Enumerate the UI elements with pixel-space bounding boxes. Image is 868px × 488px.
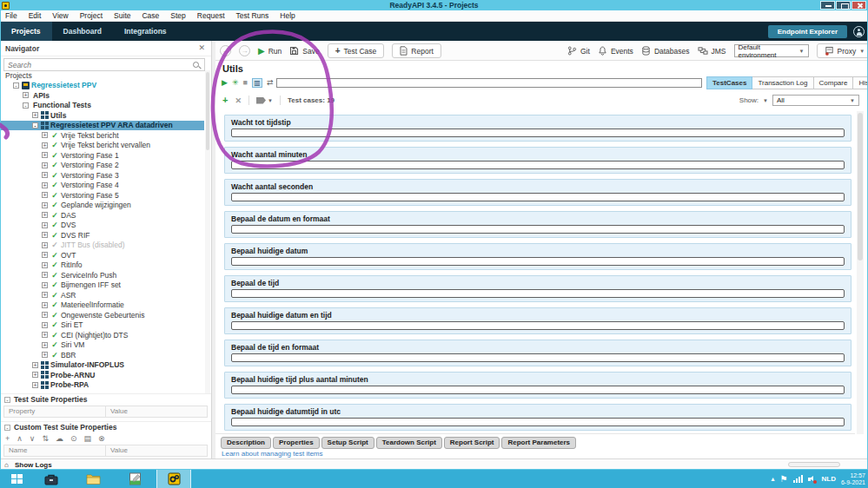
- menu-item-case[interactable]: Case: [142, 11, 159, 20]
- report-button[interactable]: Report: [392, 43, 441, 58]
- tree-item-ritinfo[interactable]: +RitInfo: [0, 260, 204, 271]
- test-case-card-bepaal-de-tijd-en-formaat[interactable]: Bepaal de tijd en formaat: [224, 340, 851, 366]
- expander-icon[interactable]: +: [42, 242, 48, 248]
- clock-icon[interactable]: ⊙: [70, 433, 77, 444]
- run-button[interactable]: ▶ Run: [258, 47, 282, 56]
- tree-item-vrije-tekst-bericht-vervallen[interactable]: +Vrije Tekst bericht vervallen: [0, 141, 204, 151]
- export-icon[interactable]: ▤: [84, 433, 92, 444]
- tree-item-verstoring-fase-4[interactable]: +Verstoring Fase 4: [0, 181, 204, 191]
- tree-item-probe-rpa[interactable]: +Probe-RPA: [0, 380, 204, 391]
- expander-icon[interactable]: -: [13, 82, 19, 89]
- app-tab-dashboard[interactable]: Dashboard: [52, 22, 113, 41]
- expander-icon[interactable]: +: [42, 212, 48, 218]
- test-case-card-bepaal-huidige-datum[interactable]: Bepaal huidige datum: [224, 243, 851, 270]
- start-button[interactable]: [0, 470, 33, 488]
- menu-item-step[interactable]: Step: [170, 11, 186, 20]
- panel-tab-description[interactable]: Description: [221, 437, 271, 449]
- environment-select[interactable]: Default environment ▼: [734, 44, 809, 57]
- tree-item-verstoring-fase-5[interactable]: +Verstoring Fase 5: [0, 190, 204, 201]
- expander-icon[interactable]: +: [32, 382, 38, 388]
- menu-item-file[interactable]: File: [5, 11, 17, 20]
- tree-item-geplande-wijzigingen[interactable]: +Geplande wijzigingen: [0, 201, 204, 211]
- taskbar-editor-app[interactable]: [118, 470, 151, 488]
- panel-tab-teardown-script[interactable]: Teardown Script: [376, 437, 442, 449]
- minimize-button[interactable]: [820, 1, 835, 10]
- view-tab-history[interactable]: History: [853, 76, 868, 89]
- tree-item-dvs-rif[interactable]: +DVS RIF: [0, 230, 204, 241]
- expander-icon[interactable]: -: [32, 122, 38, 129]
- expander-icon[interactable]: +: [42, 252, 48, 258]
- tree-item-dvs[interactable]: +DVS: [0, 221, 204, 231]
- tree-item-cei-nightjet-to-dts[interactable]: +CEI (Nightjet)to DTS: [0, 330, 204, 340]
- debug-run-icon[interactable]: ✳: [232, 78, 239, 88]
- view-tab-compare[interactable]: Compare: [814, 76, 854, 89]
- events-button[interactable]: Events: [598, 46, 633, 56]
- horizontal-scrollbar[interactable]: [788, 462, 840, 467]
- tree-item-siri-vm[interactable]: +Siri VM: [0, 340, 204, 351]
- add-property-icon[interactable]: +: [5, 433, 10, 444]
- expander-icon[interactable]: +: [42, 282, 48, 288]
- menu-item-edit[interactable]: Edit: [29, 11, 42, 20]
- tree-item-verstoring-fase-1[interactable]: +Verstoring Fase 1: [0, 150, 204, 161]
- expander-icon[interactable]: +: [42, 142, 48, 148]
- tree-item-probe-arnu[interactable]: +Probe-ARNU: [0, 370, 204, 380]
- collapse-icon[interactable]: -: [4, 397, 10, 403]
- taskbar-server-manager[interactable]: [35, 470, 68, 488]
- expander-icon[interactable]: +: [42, 172, 48, 178]
- expander-icon[interactable]: +: [42, 302, 48, 308]
- tray-expand-icon[interactable]: ▴: [772, 475, 775, 484]
- menu-item-help[interactable]: Help: [280, 11, 295, 20]
- expander-icon[interactable]: -: [23, 102, 29, 109]
- run-mode-toggle-icon[interactable]: ▥: [252, 78, 262, 88]
- tree-item-bbr[interactable]: +BBR: [0, 350, 204, 360]
- tree-item-siri-et[interactable]: +Siri ET: [0, 320, 204, 331]
- load-icon[interactable]: ☁: [56, 433, 63, 444]
- learn-link[interactable]: Learn about managing test items: [222, 450, 323, 458]
- menu-item-project[interactable]: Project: [80, 11, 103, 20]
- tag-filter-button[interactable]: ▼: [256, 97, 273, 104]
- databases-button[interactable]: Databases: [641, 46, 690, 56]
- tree-item-apis[interactable]: +APIs: [0, 90, 204, 101]
- tree-item-serviceinfo-push[interactable]: +ServiceInfo Push: [0, 270, 204, 280]
- expander-icon[interactable]: +: [32, 362, 38, 368]
- app-tab-integrations[interactable]: Integrations: [113, 22, 178, 41]
- expander-icon[interactable]: +: [42, 152, 48, 158]
- expander-icon[interactable]: +: [32, 372, 38, 378]
- expander-icon[interactable]: +: [42, 292, 48, 298]
- tree-item-vrije-tekst-bericht[interactable]: +Vrije Tekst bericht: [0, 130, 204, 141]
- expander-icon[interactable]: +: [32, 112, 38, 118]
- expander-icon[interactable]: +: [42, 262, 48, 268]
- menu-item-suite[interactable]: Suite: [114, 11, 130, 20]
- tree-item-simulator-infoplus[interactable]: +Simulator-INFOPLUS: [0, 360, 204, 371]
- app-tab-projects[interactable]: Projects: [0, 22, 52, 41]
- expander-icon[interactable]: +: [42, 182, 48, 188]
- expander-icon[interactable]: +: [42, 162, 48, 168]
- flag-icon[interactable]: ⚑: [780, 475, 788, 484]
- expander-icon[interactable]: +: [42, 232, 48, 238]
- navigator-scrollbar[interactable]: [205, 70, 210, 393]
- test-case-card-wacht-aantal-minuten[interactable]: Wacht aantal minuten: [224, 147, 851, 174]
- endpoint-explorer-button[interactable]: Endpoint Explorer: [768, 25, 847, 38]
- jms-button[interactable]: JMS: [698, 46, 726, 56]
- collapse-icon[interactable]: -: [4, 425, 10, 431]
- tree-item-regressietest-ppv-ara-datadriven[interactable]: -Regressietest PPV ARA datadriven: [0, 121, 204, 131]
- menu-item-view[interactable]: View: [52, 11, 68, 20]
- panel-tab-properties[interactable]: Properties: [273, 437, 320, 449]
- delete-property-icon[interactable]: ⊗: [98, 433, 105, 444]
- test-case-card-bepaal-huidige-tijd-plus-aantal-minuten[interactable]: Bepaal huidige tijd plus aantal minuten: [224, 372, 851, 399]
- test-case-card-bepaal-de-tijd[interactable]: Bepaal de tijd: [224, 275, 851, 302]
- proxy-button[interactable]: Proxy ▼: [817, 43, 868, 58]
- speaker-muted-icon[interactable]: [808, 475, 817, 484]
- custom-properties-header[interactable]: - Custom Test Suite Properties: [0, 421, 211, 432]
- save-button[interactable]: Save: [289, 46, 319, 56]
- search-input[interactable]: [4, 59, 187, 70]
- git-button[interactable]: Git: [567, 46, 590, 56]
- language-indicator[interactable]: NLD: [822, 475, 836, 483]
- panel-tab-setup-script[interactable]: Setup Script: [321, 437, 374, 449]
- expander-icon[interactable]: +: [42, 352, 48, 358]
- stop-icon[interactable]: ■: [242, 78, 247, 88]
- network-icon[interactable]: [793, 475, 803, 483]
- tree-item-verstoring-fase-3[interactable]: +Verstoring Fase 3: [0, 170, 204, 181]
- run-suite-icon[interactable]: ▶: [222, 78, 228, 88]
- test-case-card-bepaal-huidige-datum-en-tijd[interactable]: Bepaal huidige datum en tijd: [224, 307, 851, 334]
